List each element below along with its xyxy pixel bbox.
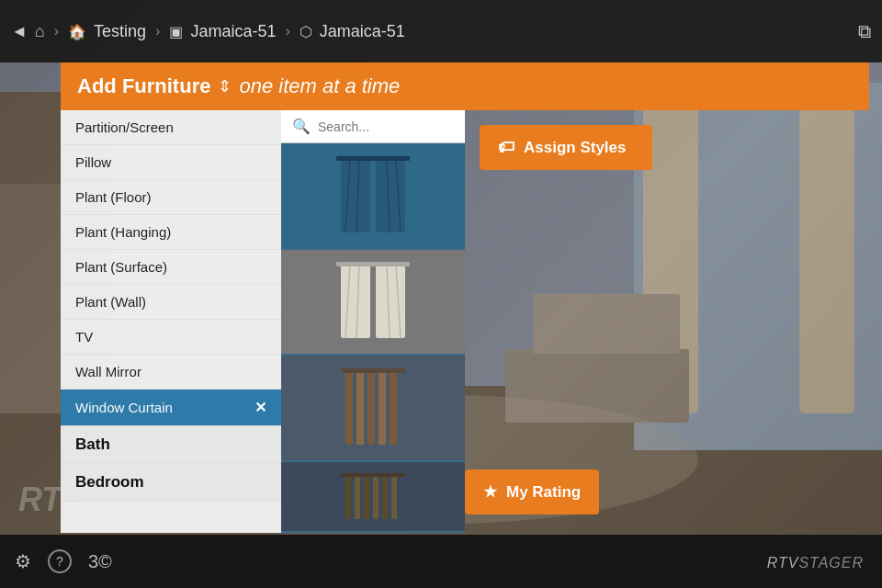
svg-rect-27: [379, 371, 386, 445]
bottom-toolbar: ⚙ ? 3© RTVSTAGER: [0, 535, 882, 588]
nav-breadcrumb-jamaica1[interactable]: Jamaica-51: [190, 22, 276, 41]
svg-rect-16: [336, 156, 410, 161]
curtain-item-4[interactable]: [281, 462, 465, 533]
settings-icon[interactable]: ⚙: [15, 550, 31, 572]
nav-breadcrumb-jamaica2[interactable]: Jamaica-51: [320, 22, 405, 41]
home-icon[interactable]: ⌂: [35, 22, 45, 41]
sidebar-item-wall-mirror[interactable]: Wall Mirror: [61, 355, 281, 390]
svg-rect-17: [341, 265, 370, 338]
help-icon[interactable]: ?: [48, 549, 72, 573]
curtain-item-1[interactable]: [281, 143, 465, 250]
svg-rect-4: [799, 92, 854, 413]
svg-rect-24: [345, 371, 353, 445]
star-icon: ★: [483, 482, 497, 502]
sidebar-item-bedroom[interactable]: Bedroom: [61, 464, 281, 502]
svg-rect-18: [376, 265, 405, 338]
svg-rect-31: [355, 473, 360, 519]
tag-icon: 🏷: [498, 138, 514, 157]
nav-cube-icon: ⬡: [300, 23, 312, 40]
sidebar-item-tv[interactable]: TV: [61, 320, 281, 355]
svg-rect-29: [341, 368, 405, 373]
sidebar-item-plant-surface[interactable]: Plant (Surface): [61, 250, 281, 285]
curtain-list: [281, 143, 465, 533]
top-navigation: ◄ ⌂ › 🏠 Testing › ▣ Jamaica-51 › ⬡ Jamai…: [0, 0, 882, 62]
add-furniture-header: Add Furniture ⇕ one item at a time: [61, 62, 869, 110]
svg-rect-26: [368, 371, 375, 445]
logo-rtv: RTV: [767, 555, 799, 571]
close-selection-icon[interactable]: ✕: [254, 399, 266, 416]
sidebar-item-window-curtain[interactable]: Window Curtain ✕: [61, 390, 281, 426]
svg-rect-35: [391, 473, 397, 519]
nav-page-icon-1: ▣: [169, 23, 183, 40]
assign-styles-label: Assign Styles: [524, 139, 627, 157]
search-bar: 🔍: [281, 110, 465, 143]
sidebar-item-plant-wall[interactable]: Plant (Wall): [61, 285, 281, 320]
curtain-thumbnail-3: [336, 367, 410, 449]
svg-rect-11: [376, 159, 405, 232]
nav-breadcrumb-testing[interactable]: Testing: [94, 22, 146, 41]
curtain-thumbnail-2: [336, 260, 410, 343]
header-title: Add Furniture: [77, 74, 210, 98]
sidebar-item-plant-hanging[interactable]: Plant (Hanging): [61, 215, 281, 250]
svg-rect-25: [356, 371, 364, 445]
svg-rect-8: [533, 294, 680, 354]
my-rating-label: My Rating: [506, 483, 581, 502]
nav-sep-3: ›: [285, 23, 289, 40]
header-arrows[interactable]: ⇕: [218, 76, 232, 96]
svg-rect-10: [341, 159, 370, 232]
search-icon: 🔍: [292, 118, 311, 135]
sidebar-item-pillow[interactable]: Pillow: [61, 145, 281, 180]
assign-styles-button[interactable]: 🏷 Assign Styles: [480, 125, 652, 170]
logo-stager: STAGER: [798, 555, 864, 571]
curtain-item-2[interactable]: [281, 250, 465, 356]
header-subtitle: one item at a time: [239, 74, 400, 98]
nav-sep-1: ›: [54, 23, 59, 40]
curtain-thumbnail-4: [336, 473, 410, 519]
svg-rect-36: [341, 473, 405, 477]
svg-rect-32: [364, 473, 369, 519]
nav-window-icon[interactable]: ⧉: [858, 21, 871, 42]
activity-indicator: 3©: [88, 551, 112, 572]
my-rating-button[interactable]: ★ My Rating: [465, 469, 599, 514]
curtain-thumbnail-1: [336, 154, 410, 237]
category-sidebar: Partition/Screen Pillow Plant (Floor) Pl…: [61, 110, 281, 533]
right-action-panel: 🏷 Assign Styles: [465, 110, 667, 192]
curtain-item-3[interactable]: [281, 356, 465, 462]
nav-house-icon: 🏠: [68, 23, 86, 40]
svg-rect-23: [336, 262, 410, 266]
svg-rect-34: [382, 473, 388, 519]
svg-rect-33: [373, 473, 379, 519]
search-input[interactable]: [318, 119, 479, 134]
nav-sep-2: ›: [155, 23, 160, 40]
svg-rect-28: [390, 371, 397, 445]
curtain-items-panel: 🔍: [281, 110, 465, 533]
back-icon[interactable]: ◄: [11, 22, 28, 41]
rtv-stager-logo: RTVSTAGER: [767, 549, 864, 573]
sidebar-item-plant-floor[interactable]: Plant (Floor): [61, 180, 281, 215]
sidebar-item-bath[interactable]: Bath: [61, 426, 281, 464]
sidebar-item-partition[interactable]: Partition/Screen: [61, 110, 281, 145]
svg-rect-30: [345, 473, 351, 519]
